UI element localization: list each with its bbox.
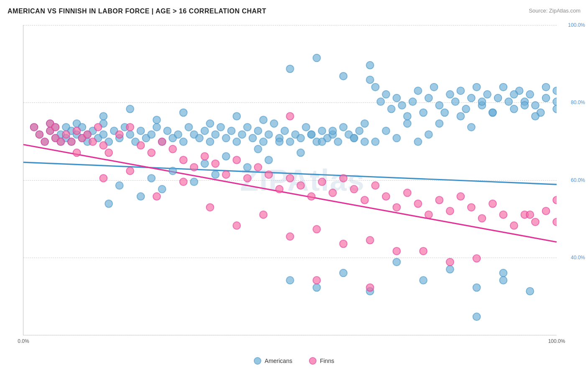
grid-line-bottom — [23, 335, 557, 335]
legend-label-americans: Americans — [265, 358, 292, 364]
chart-container: AMERICAN VS FINNISH IN LABOR FORCE | AGE… — [0, 0, 588, 373]
legend-dot-finns — [309, 357, 317, 365]
y-tick-100: 100.0% — [568, 22, 585, 28]
x-tick-100: 100.0% — [548, 338, 565, 344]
legend-dot-americans — [254, 357, 261, 365]
legend-item-finns: Finns — [309, 357, 334, 365]
y-tick-60: 60.0% — [571, 177, 585, 183]
scatter-canvas — [23, 25, 557, 335]
plot-area: 100.0% 80.0% 60.0% 40.0% 0.0% 100.0% ZIP… — [23, 25, 557, 335]
legend: Americans Finns — [254, 357, 334, 365]
x-tick-0: 0.0% — [18, 338, 29, 344]
chart-title: AMERICAN VS FINNISH IN LABOR FORCE | AGE… — [8, 8, 266, 15]
y-tick-40: 40.0% — [571, 255, 585, 261]
legend-item-americans: Americans — [254, 357, 292, 365]
source-label: Source: ZipAtlas.com — [529, 8, 580, 14]
y-tick-80: 80.0% — [571, 100, 585, 105]
legend-label-finns: Finns — [320, 358, 334, 364]
